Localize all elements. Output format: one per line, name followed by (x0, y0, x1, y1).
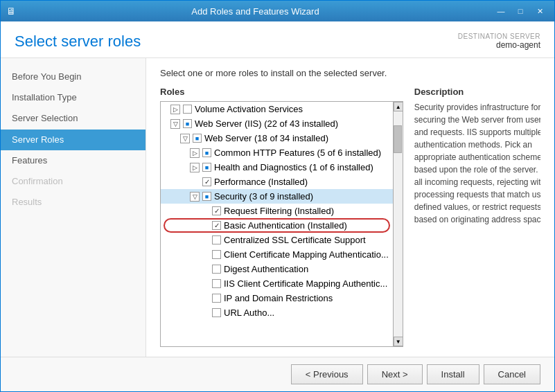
titlebar-controls: — □ ✕ (492, 4, 549, 18)
sidebar-item-confirmation: Confirmation (1, 171, 146, 192)
checkbox[interactable] (193, 134, 202, 143)
checkbox[interactable] (212, 294, 221, 303)
checkbox[interactable] (212, 235, 221, 244)
role-label: URL Autho... (224, 308, 274, 318)
instruction-text: Select one or more roles to install on t… (160, 68, 540, 78)
role-label: Health and Diagnostics (1 of 6 installed… (214, 162, 373, 172)
expand-icon[interactable]: ▽ (180, 134, 190, 143)
minimize-button[interactable]: — (492, 4, 510, 18)
expand-icon[interactable]: ▽ (170, 119, 180, 129)
roles-panel: Roles ▷ Volume Activation Services (160, 87, 403, 347)
checkbox[interactable] (202, 163, 211, 172)
wizard-window: 🖥 Add Roles and Features Wizard — □ ✕ Se… (0, 0, 555, 392)
list-item[interactable]: URL Autho... (161, 305, 393, 320)
list-item[interactable]: ▷ Health and Diagnostics (1 of 6 install… (161, 160, 393, 175)
sidebar-item-features[interactable]: Features (1, 150, 146, 171)
page-header: Select server roles DESTINATION SERVER d… (1, 21, 554, 58)
role-label: Performance (Installed) (214, 177, 308, 187)
list-item[interactable]: ▽ Web Server (18 of 34 installed) (161, 131, 393, 145)
body-layout: Before You Begin Installation Type Serve… (1, 58, 554, 357)
cancel-button[interactable]: Cancel (484, 364, 540, 384)
list-item[interactable]: Basic Authentication (Installed) (161, 218, 393, 233)
content-columns: Roles ▷ Volume Activation Services (160, 87, 540, 347)
checkbox[interactable] (212, 206, 221, 215)
checkbox[interactable] (202, 192, 211, 201)
sidebar-item-before-you-begin[interactable]: Before You Begin (1, 66, 146, 87)
list-item[interactable]: Client Certificate Mapping Authenticatio… (161, 247, 393, 262)
expand-icon[interactable]: ▷ (170, 105, 180, 114)
roles-label: Roles (160, 87, 403, 97)
sidebar: Before You Begin Installation Type Serve… (1, 58, 146, 357)
checkbox[interactable] (202, 148, 211, 157)
footer: < Previous Next > Install Cancel (1, 357, 554, 391)
sidebar-item-server-roles[interactable]: Server Roles (1, 130, 146, 150)
sidebar-item-server-selection[interactable]: Server Selection (1, 108, 146, 129)
role-label: IIS Client Certificate Mapping Authentic… (224, 278, 387, 289)
checkbox[interactable] (212, 279, 221, 288)
checkbox[interactable] (183, 119, 192, 128)
previous-button[interactable]: < Previous (291, 364, 363, 384)
destination-label: DESTINATION SERVER (458, 33, 540, 40)
list-item[interactable]: Centralized SSL Certificate Support (161, 233, 393, 247)
list-item[interactable]: ▷ Common HTTP Features (5 of 6 installed… (161, 145, 393, 160)
list-item[interactable]: IIS Client Certificate Mapping Authentic… (161, 276, 393, 291)
list-item[interactable]: ▽ Web Server (IIS) (22 of 43 installed) (161, 116, 393, 131)
vertical-scrollbar[interactable]: ▲ ▼ (393, 102, 403, 346)
role-label: Common HTTP Features (5 of 6 installed) (214, 148, 381, 158)
checkbox[interactable] (212, 221, 221, 230)
list-item[interactable]: Digest Authentication (161, 262, 393, 276)
list-item[interactable]: ▽ Security (3 of 9 installed) (161, 189, 393, 204)
server-name: demo-agent (458, 40, 540, 50)
role-label: Volume Activation Services (195, 104, 303, 114)
content-area: Select one or more roles to install on t… (146, 58, 554, 357)
role-label: Request Filtering (Installed) (224, 206, 334, 216)
role-label: Security (3 of 9 installed) (214, 191, 313, 202)
page-title: Select server roles (15, 33, 141, 51)
description-panel: Description Security provides infrastruc… (414, 87, 540, 347)
horizontal-scrollbar[interactable]: ◀ ▶ (161, 346, 403, 347)
titlebar-title: Add Roles and Features Wizard (19, 6, 492, 17)
checkbox[interactable] (202, 177, 211, 186)
list-item[interactable]: ▷ Volume Activation Services (161, 102, 393, 116)
destination-server: DESTINATION SERVER demo-agent (458, 33, 540, 50)
checkbox[interactable] (212, 308, 221, 317)
list-and-scroll: ▷ Volume Activation Services ▽ (161, 102, 403, 346)
checkbox[interactable] (183, 105, 192, 114)
sidebar-item-installation-type[interactable]: Installation Type (1, 87, 146, 108)
scroll-thumb[interactable] (394, 125, 402, 153)
sidebar-item-results: Results (1, 192, 146, 213)
role-label: Basic Authentication (Installed) (224, 220, 347, 231)
list-items: ▷ Volume Activation Services ▽ (161, 102, 393, 346)
checkbox[interactable] (212, 250, 221, 259)
role-label: IP and Domain Restrictions (224, 293, 333, 303)
restore-button[interactable]: □ (511, 4, 529, 18)
scroll-down-button[interactable]: ▼ (394, 337, 403, 346)
expand-icon[interactable]: ▷ (190, 163, 200, 172)
role-label: Digest Authentication (224, 264, 308, 274)
roles-list-container: ▷ Volume Activation Services ▽ (160, 101, 403, 347)
role-label: Web Server (IIS) (22 of 43 installed) (195, 118, 338, 129)
role-label: Centralized SSL Certificate Support (224, 235, 366, 245)
expand-icon[interactable]: ▷ (190, 148, 200, 158)
list-item[interactable]: Request Filtering (Installed) (161, 204, 393, 218)
titlebar-icon: 🖥 (6, 6, 16, 17)
list-item[interactable]: Performance (Installed) (161, 175, 393, 189)
main-content: Select server roles DESTINATION SERVER d… (1, 21, 554, 391)
install-button[interactable]: Install (427, 364, 479, 384)
titlebar: 🖥 Add Roles and Features Wizard — □ ✕ (1, 1, 554, 21)
scroll-track[interactable] (394, 112, 403, 337)
expand-icon[interactable]: ▽ (190, 192, 200, 202)
checkbox[interactable] (212, 265, 221, 274)
close-button[interactable]: ✕ (531, 4, 549, 18)
role-label: Web Server (18 of 34 installed) (204, 133, 328, 143)
list-item[interactable]: IP and Domain Restrictions (161, 291, 393, 305)
role-label: Client Certificate Mapping Authenticatio… (224, 249, 389, 260)
scroll-up-button[interactable]: ▲ (394, 102, 403, 112)
description-text: Security provides infrastructure for sec… (414, 101, 540, 226)
next-button[interactable]: Next > (367, 364, 423, 384)
description-label: Description (414, 87, 540, 97)
